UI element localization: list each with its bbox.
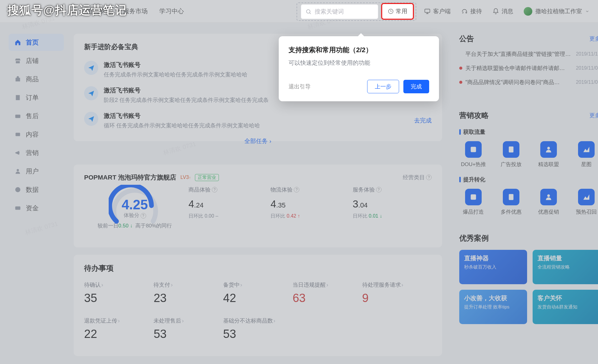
case-subtitle: 秒杀破百万收入 — [464, 264, 522, 270]
todo-title: 待办事项 — [84, 263, 432, 273]
case-card[interactable]: 客户关怀发货自动&群发通知 — [533, 290, 598, 324]
tile-icon — [540, 141, 557, 158]
todo-value: 23 — [153, 292, 223, 305]
announcement-row[interactable]: 平台关于加大"直播商品链接"管链接"管理… 2019/11/11 — [459, 50, 598, 58]
metric-delta: 日环比 0.01 ↓ — [353, 213, 432, 219]
case-card[interactable]: 小改善，大收获提升订单处理 效率tips — [459, 290, 527, 324]
sidebar-item-after[interactable]: 售后 — [9, 107, 64, 125]
task-go-link[interactable]: 去完成 — [414, 117, 432, 125]
todo-cell[interactable]: 待处理服务请求 9 — [362, 281, 432, 305]
case-card[interactable]: 直播销量全流程营销攻略 — [533, 250, 598, 284]
todo-cell[interactable]: 基础分不达标商品数 53 — [223, 317, 293, 341]
header-service[interactable]: 接待 — [461, 7, 482, 15]
strategy-tile[interactable]: 精选联盟 — [534, 141, 563, 168]
popover-title: 支持搜索和常用功能（2/2） — [289, 45, 429, 55]
chevron-down-icon — [585, 9, 589, 14]
strategy-section-convert: 提升转化 — [459, 176, 598, 183]
todo-label: 未处理售后 — [153, 317, 223, 324]
store-category-label: 经营类目 — [403, 174, 425, 181]
sidebar-label: 订单 — [26, 93, 39, 102]
nav-learn[interactable]: 学习中心 — [159, 7, 184, 15]
sidebar-item-marketing[interactable]: 营销 — [9, 144, 64, 161]
todo-value: 22 — [84, 327, 153, 341]
metric-0: 商品体验? 4.24 日环比 0.00 – — [185, 186, 267, 229]
search-placeholder: 搜索关键词 — [315, 8, 344, 16]
strategy-tile[interactable]: 预热召回 — [572, 189, 598, 215]
sidebar-item-goods[interactable]: 商品 — [9, 71, 64, 88]
case-subtitle: 提升订单处理 效率tips — [464, 304, 522, 310]
search-input[interactable]: 搜索关键词 — [301, 4, 378, 19]
tile-icon — [465, 141, 482, 158]
fund-icon — [14, 204, 21, 212]
svg-rect-11 — [471, 194, 476, 199]
sidebar-item-user[interactable]: 用户 — [9, 163, 64, 180]
announcement-row[interactable]: 关于精选联盟验仓申请邮件请邮件请邮… 2019/11/08 — [459, 64, 598, 72]
case-card[interactable]: 直播神器秒杀破百万收入 — [459, 250, 527, 284]
tour-highlight: 搜索关键词 常用 — [301, 4, 418, 19]
metric-value: 3.04 — [353, 198, 432, 210]
todo-cell[interactable]: 未处理售后 53 — [153, 317, 223, 341]
tile-label: 爆品打造 — [463, 208, 484, 215]
svg-rect-8 — [471, 147, 476, 152]
todo-value: 53 — [223, 327, 293, 341]
todo-label: 待支付 — [153, 281, 223, 288]
svg-rect-7 — [15, 207, 21, 208]
sidebar-item-order[interactable]: 订单 — [9, 89, 64, 106]
case-title: 直播神器 — [464, 254, 522, 262]
help-icon: ? — [212, 187, 217, 192]
todo-label: 待处理服务请求 — [362, 281, 432, 288]
bg-watermark: 林清欢 0731 — [24, 219, 59, 237]
popover-exit[interactable]: 退出引导 — [289, 83, 311, 90]
todo-cell[interactable]: 待确认 35 — [84, 281, 153, 305]
strategy-tile[interactable]: 爆品打造 — [459, 189, 488, 215]
header-client[interactable]: 客户端 — [424, 7, 451, 15]
header-message[interactable]: 消息 — [492, 7, 513, 15]
strategy-more[interactable]: 更多 — [589, 112, 598, 119]
case-subtitle: 全流程营销攻略 — [538, 264, 596, 270]
strategy-tile[interactable]: DOU+热推 — [459, 141, 488, 168]
header-user[interactable]: 撒哈拉植物工作室 — [524, 7, 589, 16]
tile-label: DOU+热推 — [461, 161, 486, 168]
all-tasks-link[interactable]: 全部任务 — [84, 137, 432, 145]
case-subtitle: 发货自动&群发通知 — [538, 304, 596, 310]
marketing-icon — [14, 149, 21, 157]
svg-rect-9 — [509, 146, 513, 153]
todo-label: 当日违规提醒 — [293, 281, 362, 288]
sidebar-item-data[interactable]: 数据 — [9, 181, 64, 198]
strategy-tile[interactable]: 广告投放 — [497, 141, 526, 168]
popover-prev-button[interactable]: 上一步 — [367, 80, 399, 93]
tile-label: 精选联盟 — [538, 161, 559, 168]
sidebar-label: 数据 — [26, 185, 39, 194]
avatar — [524, 7, 532, 16]
common-button[interactable]: 常用 — [381, 3, 414, 20]
sidebar-label: 营销 — [26, 149, 39, 157]
content-icon — [14, 131, 21, 138]
svg-rect-0 — [425, 9, 430, 12]
hot-dot-icon — [459, 67, 462, 70]
tile-icon — [503, 189, 519, 205]
sidebar-label: 商品 — [26, 75, 39, 83]
sidebar-item-home[interactable]: 首页 — [9, 34, 64, 51]
todo-cell[interactable]: 备货中 42 — [223, 281, 293, 305]
todo-cell[interactable]: 待支付 23 — [153, 281, 223, 305]
strategy-tile[interactable]: 优惠促销 — [534, 189, 563, 215]
announce-title: 公告 — [459, 34, 474, 44]
header-user-label: 撒哈拉植物工作室 — [535, 7, 582, 15]
sidebar-item-store[interactable]: 店铺 — [9, 52, 64, 69]
store-category[interactable]: 经营类目? — [403, 174, 432, 181]
announce-more[interactable]: 更多 — [589, 35, 598, 42]
tile-icon — [578, 189, 595, 205]
todo-cell[interactable]: 当日违规提醒 63 — [293, 281, 362, 305]
sidebar-label: 用户 — [26, 167, 39, 176]
announcement-row[interactable]: "商品品牌情况"调研问卷问卷问"商品… 2019/11/01 — [459, 79, 598, 86]
strategy-tile[interactable]: 多件优惠 — [497, 189, 526, 215]
strategy-section-traffic: 获取流量 — [459, 128, 598, 136]
todo-cell[interactable]: 退款凭证上传 22 — [84, 317, 153, 341]
announcement-date: 2019/11/08 — [576, 65, 598, 71]
help-icon: ? — [294, 187, 299, 192]
popover-done-button[interactable]: 完成 — [403, 80, 429, 93]
strategy-tile[interactable]: 星图 — [572, 141, 598, 168]
bell-icon — [492, 8, 499, 15]
sidebar-item-fund[interactable]: 资金 — [9, 199, 64, 217]
sidebar-item-content[interactable]: 内容 — [9, 126, 64, 143]
